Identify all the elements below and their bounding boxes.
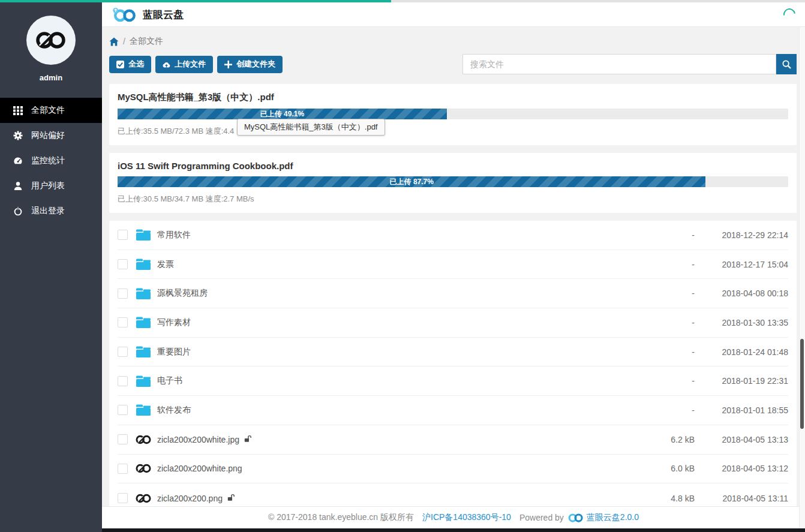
sidebar-item-preferences[interactable]: 网站偏好	[0, 123, 102, 148]
file-name[interactable]: zicla200x200.png	[157, 494, 235, 503]
upload-card: MySQL高性能书籍_第3版（中文）.pdf 已上传 49.1% 已上传:35.…	[109, 84, 797, 145]
file-row[interactable]: zicla200x200white.jpg 6.2 kB 2018-04-05 …	[118, 425, 788, 455]
infinity-logo-icon	[34, 30, 68, 50]
row-checkbox[interactable]	[118, 317, 128, 327]
gear-icon	[13, 131, 23, 140]
file-date: 2018-01-01 18:55	[695, 405, 788, 415]
app-header: 蓝眼云盘	[102, 2, 805, 27]
file-name[interactable]: 软件发布	[157, 405, 191, 416]
file-row[interactable]: 重要图片 - 2018-01-24 01:48	[118, 338, 788, 367]
toolbar: 全选 上传文件 创建文件夹	[109, 54, 797, 74]
select-all-label: 全选	[128, 59, 144, 70]
file-row[interactable]: 常用软件 - 2018-12-29 22:14	[118, 221, 788, 250]
row-checkbox[interactable]	[118, 259, 128, 269]
folder-icon	[136, 259, 151, 270]
upload-file-name: MySQL高性能书籍_第3版（中文）.pdf	[118, 92, 788, 103]
file-date: 2018-04-05 13:13	[695, 435, 788, 444]
search-icon	[782, 60, 791, 69]
file-size: 6.2 kB	[629, 435, 695, 444]
folder-icon	[136, 346, 151, 357]
file-row[interactable]: 电子书 - 2018-01-19 22:31	[118, 366, 788, 396]
file-row[interactable]: 发票 - 2018-12-17 15:04	[118, 250, 788, 279]
file-name[interactable]: 常用软件	[157, 230, 191, 241]
file-row[interactable]: zicla200x200white.png 6.0 kB 2018-04-05 …	[118, 455, 788, 484]
file-size: -	[629, 405, 695, 415]
icp-link[interactable]: 沪ICP备14038360号-10	[422, 512, 511, 523]
avatar[interactable]	[26, 16, 76, 65]
gauge-icon	[13, 156, 23, 166]
row-checkbox[interactable]	[118, 288, 128, 299]
file-date: 2018-04-05 13:11	[695, 494, 788, 503]
row-checkbox[interactable]	[118, 405, 128, 415]
footer: © 2017-2018 tank.eyeblue.cn 版权所有 沪ICP备14…	[102, 506, 805, 528]
upload-progress-fill: 已上传 87.7%	[118, 176, 705, 187]
home-icon[interactable]	[109, 37, 119, 46]
file-row[interactable]: 源枫景苑租房 - 2018-04-08 00:18	[118, 279, 788, 308]
sidebar-item-users[interactable]: 用户列表	[0, 173, 102, 199]
file-size: -	[629, 376, 695, 386]
file-name[interactable]: zicla200x200white.jpg	[157, 435, 251, 444]
plus-icon	[224, 61, 232, 68]
sidebar-item-monitoring[interactable]: 监控统计	[0, 148, 102, 173]
username: admin	[0, 73, 102, 82]
power-icon	[13, 206, 23, 216]
file-name[interactable]: 写作素材	[157, 317, 191, 328]
row-checkbox[interactable]	[118, 230, 128, 240]
file-name[interactable]: 电子书	[157, 375, 182, 386]
scrollbar-thumb[interactable]	[800, 339, 804, 429]
sidebar-item-label: 退出登录	[31, 206, 65, 217]
search-input[interactable]	[462, 54, 776, 74]
brand-version-link[interactable]: 蓝眼云盘2.0.0	[587, 512, 639, 523]
file-date: 2018-12-17 15:04	[695, 260, 788, 269]
create-folder-label: 创建文件夹	[236, 59, 275, 70]
file-row[interactable]: 写作素材 - 2018-01-30 13:35	[118, 308, 788, 338]
sidebar-item-label: 网站偏好	[31, 130, 65, 141]
image-thumb-icon	[136, 435, 151, 444]
folder-icon	[136, 229, 151, 241]
row-checkbox[interactable]	[118, 434, 128, 444]
folder-icon	[136, 288, 151, 299]
user-icon	[13, 181, 23, 191]
file-size: 6.0 kB	[629, 464, 695, 473]
file-size: -	[629, 230, 695, 240]
loading-spinner-icon	[781, 6, 798, 23]
select-all-button[interactable]: 全选	[109, 56, 151, 73]
row-checkbox[interactable]	[118, 347, 128, 357]
file-name[interactable]: 发票	[157, 259, 174, 270]
sidebar-item-label: 全部文件	[31, 105, 65, 116]
sidebar-item-logout[interactable]: 退出登录	[0, 199, 102, 224]
file-date: 2018-12-29 22:14	[695, 230, 788, 240]
upload-file-button[interactable]: 上传文件	[155, 56, 213, 73]
footer-logo-icon	[567, 513, 584, 522]
main-area: 蓝眼云盘 / 全部文件 全选 上传文件 创建文件夹	[102, 2, 805, 532]
file-name[interactable]: zicla200x200white.png	[157, 464, 242, 473]
row-checkbox[interactable]	[118, 376, 128, 386]
grid-icon	[13, 106, 23, 115]
file-date: 2018-01-30 13:35	[695, 318, 788, 327]
search-box	[462, 54, 797, 74]
search-button[interactable]	[776, 54, 797, 74]
file-name[interactable]: 重要图片	[157, 347, 191, 357]
brand-logo-icon[interactable]	[112, 7, 137, 22]
file-size: -	[629, 288, 695, 298]
app-title: 蓝眼云盘	[143, 8, 184, 22]
file-name[interactable]: 源枫景苑租房	[157, 288, 208, 299]
upload-status-text: 已上传:30.5 MB/34.7 MB 速度:2.7 MB/s	[118, 194, 788, 205]
breadcrumb-separator: /	[123, 37, 125, 46]
file-list: 常用软件 - 2018-12-29 22:14 发票	[109, 221, 797, 513]
sidebar-item-all-files[interactable]: 全部文件	[0, 98, 102, 123]
image-thumb-icon	[136, 464, 151, 473]
breadcrumb-current[interactable]: 全部文件	[130, 36, 163, 47]
upload-file-label: 上传文件	[175, 59, 206, 70]
create-folder-button[interactable]: 创建文件夹	[217, 56, 283, 73]
file-date: 2018-04-05 13:12	[695, 464, 788, 473]
row-checkbox[interactable]	[118, 493, 128, 503]
file-row[interactable]: 软件发布 - 2018-01-01 18:55	[118, 396, 788, 425]
file-size: -	[629, 318, 695, 327]
upload-progress-bar: 已上传 49.1%	[118, 109, 788, 119]
page-loading-bar	[0, 0, 805, 2]
sidebar-menu: 全部文件 网站偏好 监控统计 用户列表 退出登录	[0, 98, 102, 224]
row-checkbox[interactable]	[118, 464, 128, 474]
scrollbar-track[interactable]	[799, 27, 805, 528]
upload-progress-fill: 已上传 49.1%	[118, 109, 447, 119]
